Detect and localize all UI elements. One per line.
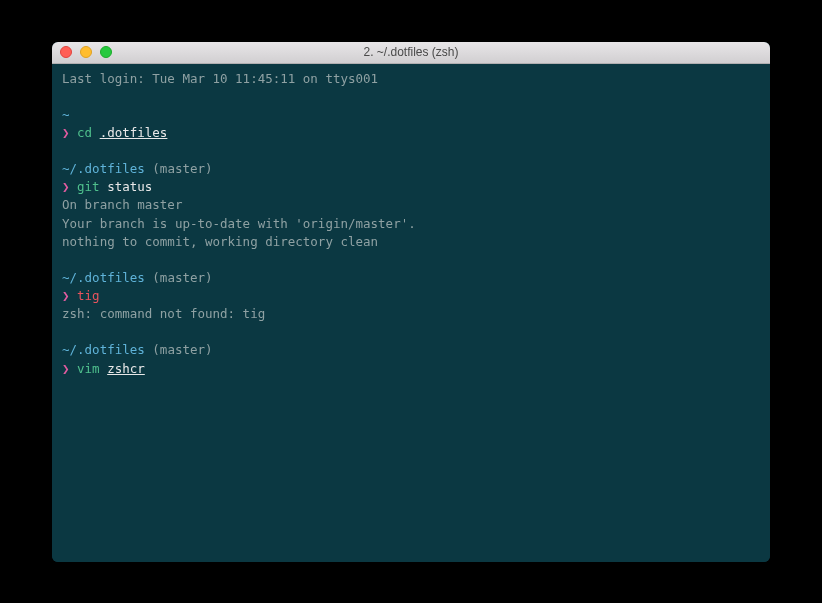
output-line: On branch master xyxy=(62,196,760,214)
command: cd xyxy=(77,125,92,140)
command-arg: .dotfiles xyxy=(100,125,168,140)
prompt-line: ❯ vim zshcr xyxy=(62,360,760,378)
prompt-line: ❯ cd .dotfiles xyxy=(62,124,760,142)
cwd-path: ~/.dotfiles xyxy=(62,270,145,285)
zoom-icon[interactable] xyxy=(100,46,112,58)
blank-line xyxy=(62,251,760,269)
close-icon[interactable] xyxy=(60,46,72,58)
traffic-lights xyxy=(60,46,112,58)
command: tig xyxy=(77,288,100,303)
prompt-arrow-icon: ❯ xyxy=(62,125,70,140)
prompt-path-line: ~/.dotfiles (master) xyxy=(62,269,760,287)
output-line: nothing to commit, working directory cle… xyxy=(62,233,760,251)
output-line: zsh: command not found: tig xyxy=(62,305,760,323)
command: git xyxy=(77,179,100,194)
login-line: Last login: Tue Mar 10 11:45:11 on ttys0… xyxy=(62,70,760,88)
prompt-path-line: ~/.dotfiles (master) xyxy=(62,160,760,178)
prompt-path-line: ~/.dotfiles (master) xyxy=(62,341,760,359)
git-branch: (master) xyxy=(152,342,212,357)
blank-line xyxy=(62,142,760,160)
minimize-icon[interactable] xyxy=(80,46,92,58)
git-branch: (master) xyxy=(152,161,212,176)
titlebar[interactable]: 2. ~/.dotfiles (zsh) xyxy=(52,42,770,64)
prompt-arrow-icon: ❯ xyxy=(62,288,70,303)
output-line: Your branch is up-to-date with 'origin/m… xyxy=(62,215,760,233)
window-title: 2. ~/.dotfiles (zsh) xyxy=(52,45,770,59)
prompt-arrow-icon: ❯ xyxy=(62,361,70,376)
cwd-path: ~ xyxy=(62,107,70,122)
prompt-path-line: ~ xyxy=(62,106,760,124)
prompt-arrow-icon: ❯ xyxy=(62,179,70,194)
prompt-line: ❯ git status xyxy=(62,178,760,196)
blank-line xyxy=(62,323,760,341)
terminal-window: 2. ~/.dotfiles (zsh) Last login: Tue Mar… xyxy=(52,42,770,562)
cwd-path: ~/.dotfiles xyxy=(62,342,145,357)
blank-line xyxy=(62,88,760,106)
command-arg: zshcr xyxy=(107,361,145,376)
prompt-line: ❯ tig xyxy=(62,287,760,305)
git-branch: (master) xyxy=(152,270,212,285)
cwd-path: ~/.dotfiles xyxy=(62,161,145,176)
command: vim xyxy=(77,361,100,376)
command-arg: status xyxy=(107,179,152,194)
terminal-body[interactable]: Last login: Tue Mar 10 11:45:11 on ttys0… xyxy=(52,64,770,562)
